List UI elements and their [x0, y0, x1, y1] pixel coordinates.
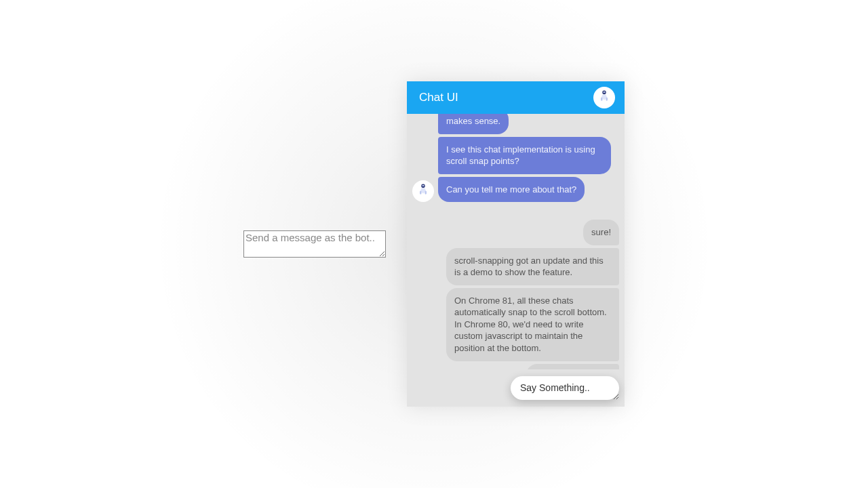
message-row: I see this chat implementation is using … — [412, 137, 619, 174]
svg-point-8 — [422, 185, 422, 186]
user-bubble: Now CSS can do it! — [526, 364, 619, 369]
bot-bubble: I see this chat implementation is using … — [438, 137, 611, 174]
avatar-slot — [412, 180, 434, 202]
message-row: sure! — [412, 220, 619, 245]
chat-title: Chat UI — [419, 91, 458, 104]
svg-rect-11 — [425, 191, 427, 195]
bot-bubble: Can you tell me more about that? — [438, 177, 585, 203]
user-bubble: scroll-snapping got an update and this i… — [446, 248, 619, 285]
chat-scroll-area[interactable]: makes sense. I see this chat implementat… — [407, 114, 625, 369]
svg-point-3 — [605, 92, 606, 92]
chat-input-bar — [407, 369, 625, 407]
user-bubble: sure! — [583, 220, 619, 245]
header-avatar — [593, 87, 615, 108]
user-message-group: sure! scroll-snapping got an update and … — [412, 220, 619, 369]
message-row: makes sense. — [412, 114, 619, 134]
bot-message-input[interactable] — [243, 230, 386, 258]
bot-avatar — [412, 180, 434, 202]
robot-icon — [597, 89, 611, 106]
svg-rect-4 — [601, 97, 603, 100]
message-row: scroll-snapping got an update and this i… — [412, 248, 619, 285]
svg-rect-5 — [606, 97, 608, 100]
svg-point-9 — [424, 185, 425, 186]
message-row: Can you tell me more about that? — [412, 177, 619, 203]
chat-window: Chat UI makes sense. — [407, 81, 625, 407]
robot-icon — [416, 183, 430, 199]
chat-input[interactable] — [511, 376, 619, 400]
message-row: Now CSS can do it! — [412, 364, 619, 369]
message-row: On Chrome 81, all these chats automatica… — [412, 288, 619, 361]
svg-point-2 — [603, 92, 604, 92]
bot-bubble: makes sense. — [438, 114, 509, 134]
svg-rect-10 — [420, 191, 422, 195]
chat-header: Chat UI — [407, 81, 625, 114]
bot-message-group: makes sense. I see this chat implementat… — [412, 119, 619, 202]
user-bubble: On Chrome 81, all these chats automatica… — [446, 288, 619, 361]
